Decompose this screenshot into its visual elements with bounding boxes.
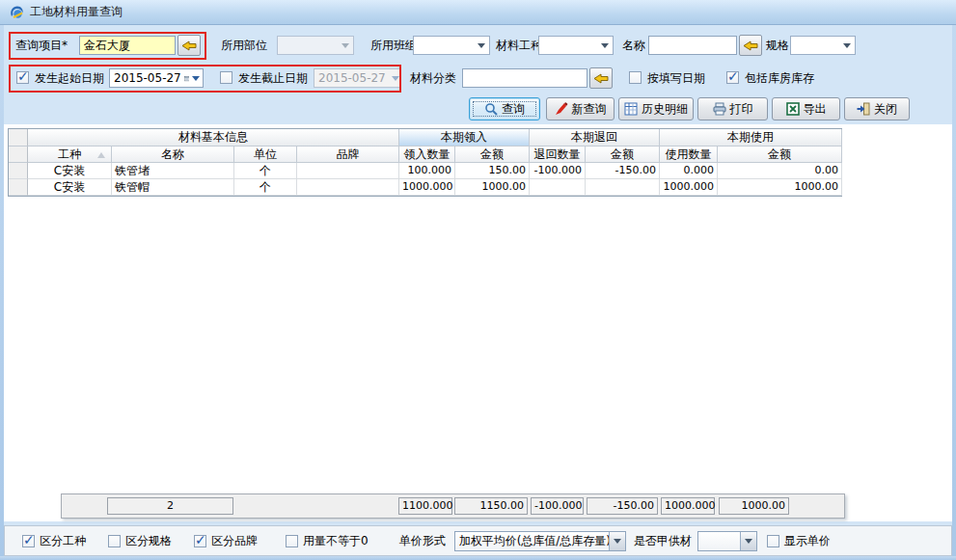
app-icon — [9, 5, 24, 20]
column-header-in-qty[interactable]: 领入数量 — [399, 147, 455, 163]
craft-label: 材料工种 — [496, 36, 542, 55]
owner-supply-combo[interactable] — [697, 531, 757, 551]
project-picker-button[interactable] — [178, 35, 201, 56]
team-combo[interactable] — [413, 36, 490, 55]
materials-grid: 材料基本信息 本期领入 本期退回 本期使用 工种 名称 单位 品牌 领入数量 金… — [8, 128, 842, 197]
name-label: 名称 — [622, 36, 645, 55]
column-header-return-qty[interactable]: 退回数量 — [530, 147, 586, 163]
group-header-period-use[interactable]: 本期使用 — [660, 129, 842, 147]
window-title: 工地材料用量查询 — [30, 4, 123, 20]
group-header-basic-info[interactable]: 材料基本信息 — [28, 129, 399, 147]
group-header-period-return[interactable]: 本期退回 — [530, 129, 660, 147]
window-border-left — [0, 0, 4, 560]
craft-combo[interactable] — [538, 36, 614, 55]
exit-door-icon — [857, 102, 870, 116]
history-detail-button[interactable]: 历史明细 — [618, 97, 694, 120]
usage-nonzero-checkbox[interactable] — [286, 535, 298, 547]
part-label: 所用部位 — [221, 36, 267, 55]
chevron-down-icon — [192, 76, 200, 81]
summary-in-amount: 1150.00 — [454, 497, 528, 515]
distinguish-craft-label: 区分工种 — [40, 533, 86, 549]
chevron-down-icon — [609, 532, 625, 550]
window-border-bottom — [0, 556, 956, 560]
project-input[interactable] — [79, 36, 176, 55]
table-row[interactable]: C安装 铁管堵 个 100.000 150.00 -100.000 -150.0… — [9, 163, 842, 179]
chevron-down-icon — [740, 532, 756, 550]
project-label: 查询项目* — [15, 36, 68, 55]
price-form-value: 加权平均价(总库值/总库存量) — [455, 533, 609, 549]
bottom-options-bar: 区分工种 区分规格 区分品牌 用量不等于0 单价形式 加权平均价(总库值/总库存… — [4, 525, 952, 556]
start-date-picker[interactable]: 2015-05-27 — [109, 68, 204, 88]
hand-picker-icon — [593, 72, 609, 85]
name-input[interactable] — [648, 36, 737, 55]
spec-label: 规格 — [766, 36, 789, 55]
app-window: 工地材料用量查询 查询项目* 所用部位 所用班组 材料工种 名称 规格 发生起始… — [0, 0, 956, 560]
column-header-return-amount[interactable]: 金额 — [586, 147, 660, 163]
print-button[interactable]: 打印 — [697, 97, 768, 120]
column-header-use-qty[interactable]: 使用数量 — [660, 147, 718, 163]
new-query-button[interactable]: 新查询 — [546, 97, 615, 120]
excel-export-icon — [786, 102, 800, 116]
usage-nonzero-label: 用量不等于0 — [303, 533, 369, 549]
close-button[interactable]: 关闭 — [844, 97, 910, 120]
column-header-in-amount[interactable]: 金额 — [455, 147, 530, 163]
column-header-name[interactable]: 名称 — [112, 147, 234, 163]
start-date-value: 2015-05-27 — [114, 71, 181, 85]
chevron-down-icon — [338, 37, 353, 54]
part-combo[interactable] — [277, 36, 354, 55]
end-date-picker: 2015-05-27 — [314, 68, 400, 88]
titlebar: 工地材料用量查询 — [0, 0, 956, 25]
start-date-label: 发生起始日期 — [35, 68, 104, 88]
hand-picker-icon — [181, 40, 197, 52]
column-header-unit[interactable]: 单位 — [234, 147, 297, 163]
column-header-brand[interactable]: 品牌 — [297, 147, 399, 163]
start-date-checkbox[interactable] — [16, 71, 29, 84]
row-indicator — [9, 179, 28, 196]
owner-supply-label: 是否甲供材 — [634, 533, 692, 549]
include-stock-checkbox[interactable] — [726, 71, 739, 84]
price-form-label: 单价形式 — [399, 533, 446, 549]
sort-asc-icon — [97, 152, 105, 158]
distinguish-spec-checkbox[interactable] — [108, 535, 121, 547]
export-button[interactable]: 导出 — [772, 97, 840, 120]
summary-use-qty: 1000.000 — [661, 497, 715, 515]
summary-return-amount: -150.00 — [587, 497, 658, 515]
grid-group-header-row: 材料基本信息 本期领入 本期退回 本期使用 — [9, 129, 842, 147]
chevron-down-icon — [597, 37, 613, 54]
printer-icon — [713, 102, 726, 116]
summary-strip: 2 1100.000 1150.00 -100.000 -150.00 1000… — [61, 493, 845, 519]
group-header-period-in[interactable]: 本期领入 — [399, 129, 530, 147]
name-picker-button[interactable] — [739, 35, 762, 56]
distinguish-spec-label: 区分规格 — [125, 533, 172, 549]
by-fill-date-label: 按填写日期 — [647, 68, 705, 88]
summary-in-qty: 1100.000 — [398, 497, 452, 515]
distinguish-craft-checkbox[interactable] — [22, 535, 35, 547]
distinguish-brand-checkbox[interactable] — [194, 535, 206, 547]
end-date-value: 2015-05-27 — [318, 71, 386, 85]
spec-combo[interactable] — [790, 36, 856, 55]
summary-use-amount: 1000.00 — [719, 497, 789, 515]
category-picker-button[interactable] — [589, 67, 613, 89]
column-header-use-amount[interactable]: 金额 — [718, 147, 842, 163]
calendar-icon — [184, 72, 189, 85]
chevron-down-icon — [392, 76, 399, 81]
end-date-checkbox[interactable] — [220, 71, 232, 84]
by-fill-date-checkbox[interactable] — [629, 71, 642, 84]
end-date-label: 发生截止日期 — [238, 68, 308, 88]
distinguish-brand-label: 区分品牌 — [211, 533, 258, 549]
show-unit-price-checkbox[interactable] — [767, 535, 779, 547]
query-button[interactable]: 查询 — [469, 97, 540, 120]
team-label: 所用班组 — [370, 36, 417, 55]
price-form-combo[interactable]: 加权平均价(总库值/总库存量) — [454, 531, 626, 551]
hand-picker-icon — [743, 40, 758, 52]
include-stock-label: 包括库房库存 — [745, 68, 814, 88]
new-query-icon — [555, 102, 568, 116]
table-row[interactable]: C安装 铁管帽 个 1000.000 1000.00 1000.000 1000… — [9, 179, 842, 196]
column-header-craft[interactable]: 工种 — [28, 147, 112, 163]
category-label: 材料分类 — [410, 68, 456, 88]
chevron-down-icon — [839, 37, 855, 54]
category-input[interactable] — [462, 68, 587, 88]
table-list-icon — [624, 102, 638, 116]
chevron-down-icon — [474, 37, 489, 54]
row-indicator — [9, 163, 28, 179]
